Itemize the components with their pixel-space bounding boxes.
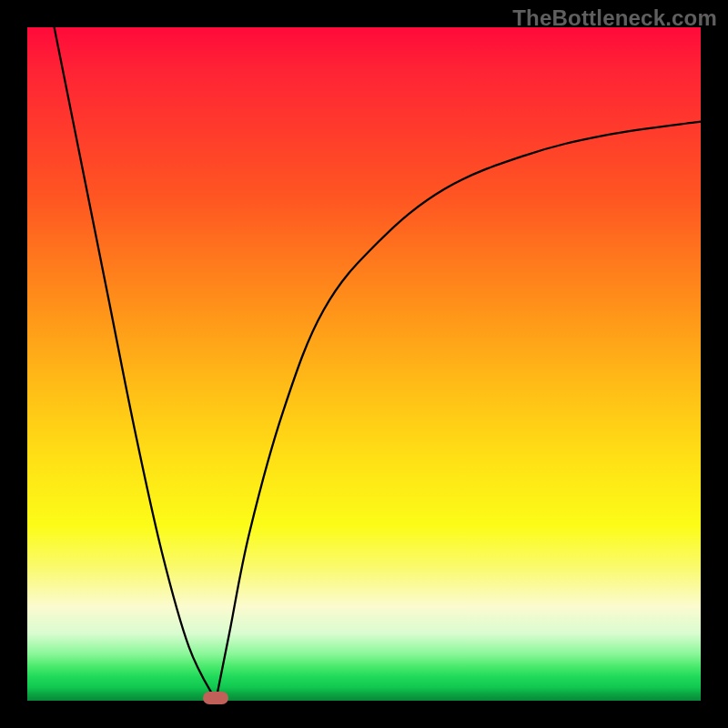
curve-layer	[27, 27, 701, 701]
chart-root: TheBottleneck.com	[0, 0, 728, 728]
plot-area	[27, 27, 701, 701]
minimum-marker	[203, 692, 228, 704]
watermark-text: TheBottleneck.com	[512, 5, 717, 31]
bottleneck-curve	[55, 27, 701, 701]
